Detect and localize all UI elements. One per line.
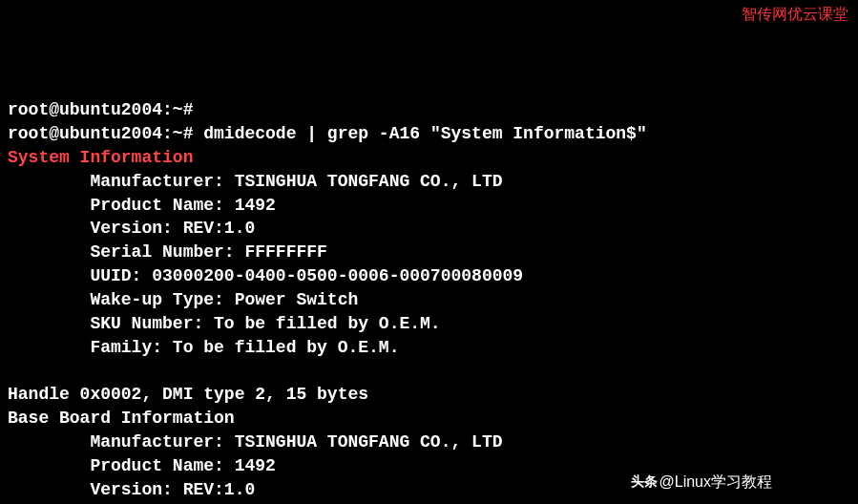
output-line: Manufacturer: TSINGHUA TONGFANG CO., LTD	[8, 432, 502, 452]
watermark-text: @Linux学习教程	[659, 472, 773, 493]
prompt-line: root@ubuntu2004:~#	[8, 124, 193, 143]
output-line: Manufacturer: TSINGHUA TONGFANG CO., LTD	[8, 172, 502, 191]
output-line: Product Name: 1492	[8, 196, 276, 215]
output-line: Family: To be filled by O.E.M.	[8, 338, 399, 357]
toutiao-icon: 头条	[635, 472, 654, 492]
output-line: Serial Number: FFFFFFFF	[8, 242, 327, 262]
watermark-bottom-right: 头条 @Linux学习教程	[635, 472, 773, 493]
prompt-line: root@ubuntu2004:~#	[8, 100, 193, 119]
output-line: UUID: 03000200-0400-0500-0006-0007000800…	[8, 266, 523, 285]
terminal-output[interactable]: root@ubuntu2004:~# root@ubuntu2004:~# dm…	[8, 98, 850, 504]
grep-match-header: System Information	[8, 148, 193, 167]
command-text: dmidecode | grep -A16 "System Informatio…	[193, 124, 646, 143]
output-line: Wake-up Type: Power Switch	[8, 290, 358, 309]
output-line: Base Board Information	[8, 409, 235, 428]
output-line: Version: REV:1.0	[8, 219, 255, 238]
output-line: SKU Number: To be filled by O.E.M.	[8, 314, 441, 333]
watermark-top-right: 智传网优云课堂	[742, 4, 848, 25]
output-line: Version: REV:1.0	[8, 480, 255, 499]
output-line: Product Name: 1492	[8, 456, 276, 475]
output-line: Handle 0x0002, DMI type 2, 15 bytes	[8, 385, 368, 404]
